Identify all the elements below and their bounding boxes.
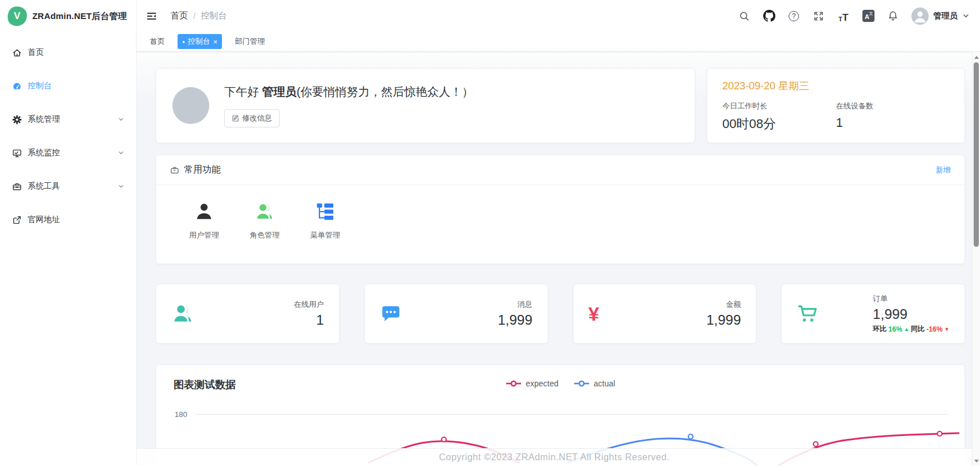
breadcrumb: 首页 / 控制台: [171, 10, 227, 21]
quick-item-role-management[interactable]: 角色管理: [244, 200, 285, 240]
stat-value: 1: [294, 312, 324, 328]
search-icon[interactable]: [738, 10, 751, 22]
user-menu[interactable]: 管理员: [911, 7, 970, 25]
edit-profile-button[interactable]: 修改信息: [224, 109, 280, 127]
stats-row: 在线用户 1 消息 1,999 ¥ 金额: [156, 284, 965, 344]
translate-box: A文: [862, 10, 875, 22]
notification-bell-icon[interactable]: [887, 10, 899, 22]
stat-card-online-users: 在线用户 1: [156, 284, 340, 344]
stat-text: 订单 1,999 环比 16% ▲ 同比 -16% ▼: [873, 294, 949, 334]
welcome-text: 下午好 管理员(你要悄悄努力，然后惊艳众人！） 修改信息: [224, 84, 473, 127]
greeting-message: (你要悄悄努力，然后惊艳众人！）: [297, 85, 474, 98]
legend-label: expected: [526, 379, 559, 388]
work-duration-value: 00时08分: [722, 115, 836, 133]
mom-label: 环比: [873, 324, 887, 334]
quick-item-label: 角色管理: [250, 230, 280, 240]
app-logo[interactable]: V ZRAdmin.NET后台管理: [0, 0, 136, 32]
help-icon[interactable]: ?: [787, 10, 800, 22]
translate-cjk-glyph: 文: [869, 11, 873, 17]
main-column: 首页 / 控制台 ? TT A文: [137, 0, 980, 466]
sidebar-item-system-monitor[interactable]: 系统监控: [0, 136, 136, 170]
tab-dashboard[interactable]: ● 控制台 ×: [178, 34, 222, 49]
welcome-card: 下午好 管理员(你要悄悄努力，然后惊艳众人！） 修改信息: [156, 68, 695, 143]
stat-text: 在线用户 1: [294, 299, 324, 328]
chevron-down-icon: [118, 116, 125, 123]
quick-item-menu-management[interactable]: 菜单管理: [304, 200, 346, 240]
stat-text: 消息 1,999: [497, 299, 532, 328]
add-link[interactable]: 新增: [936, 165, 951, 175]
stat-label: 金额: [706, 299, 741, 310]
user-icon: [194, 200, 214, 223]
sidebar-collapse-icon[interactable]: [145, 10, 158, 22]
tab-label: 部门管理: [235, 36, 265, 47]
user-avatar-large[interactable]: [172, 87, 209, 124]
greeting-username: 管理员: [262, 85, 297, 98]
legend-marker-icon: [574, 380, 590, 387]
cart-icon: [797, 303, 822, 324]
tab-close-icon[interactable]: ×: [213, 37, 218, 46]
yen-icon: ¥: [589, 304, 614, 324]
question-glyph: ?: [789, 11, 799, 21]
triangle-up-icon: [974, 56, 979, 59]
trend-row: 环比 16% ▲ 同比 -16% ▼: [873, 324, 949, 334]
translate-icon[interactable]: A文: [862, 10, 875, 22]
tab-departments[interactable]: 部门管理: [230, 34, 269, 49]
sidebar-item-label: 系统监控: [28, 148, 60, 158]
message-icon: [380, 303, 405, 324]
legend-item-expected[interactable]: expected: [506, 379, 559, 388]
legend-item-actual[interactable]: actual: [574, 379, 615, 388]
online-devices-value: 1: [836, 115, 949, 130]
tab-home[interactable]: 首页: [145, 34, 169, 49]
roles-icon: [254, 200, 275, 223]
github-icon[interactable]: [763, 10, 775, 22]
sidebar-item-system-tools[interactable]: 系统工具: [0, 170, 136, 203]
quick-item-user-management[interactable]: 用户管理: [183, 200, 225, 240]
today-date: 2023-09-20 星期三: [722, 79, 949, 93]
menu-tree-icon: [315, 200, 335, 223]
stat-card-amount: ¥ 金额 1,999: [573, 284, 757, 344]
monitor-icon: [12, 148, 22, 158]
sidebar-menu: 首页 控制台 系统管理 系统监控: [0, 32, 136, 236]
chevron-down-icon: [962, 12, 970, 20]
today-columns: 今日工作时长 00时08分 在线设备数 1: [722, 101, 949, 133]
page-content: 下午好 管理员(你要悄悄努力，然后惊艳众人！） 修改信息 2023-09-20 …: [137, 52, 980, 466]
edit-profile-label: 修改信息: [242, 113, 272, 123]
fullscreen-icon[interactable]: [812, 10, 825, 22]
online-devices-block: 在线设备数 1: [836, 101, 949, 133]
toolbox-icon: [12, 181, 22, 191]
stat-text: 金额 1,999: [706, 299, 741, 328]
breadcrumb-home[interactable]: 首页: [171, 10, 188, 21]
sidebar-item-official-site[interactable]: 官网地址: [0, 203, 136, 236]
sidebar-item-dashboard[interactable]: 控制台: [0, 69, 136, 103]
chevron-down-icon: [118, 149, 125, 156]
yoy-value: -16%: [926, 325, 943, 333]
scroll-down-arrow[interactable]: [973, 457, 980, 465]
tabs-bar: 首页 ● 控制台 × 部门管理: [137, 32, 980, 52]
vertical-scrollbar[interactable]: [972, 52, 980, 466]
app-screen: V ZRAdmin.NET后台管理 首页 控制台 系统管理: [0, 0, 980, 466]
tab-label: 控制台: [188, 36, 210, 47]
y-axis-tick-180: 180: [175, 410, 187, 419]
font-size-icon[interactable]: TT: [837, 10, 850, 22]
yoy-label: 同比: [911, 324, 925, 334]
scroll-up-arrow[interactable]: [973, 53, 980, 61]
quick-functions-body: 用户管理 角色管理 菜单管理: [156, 185, 964, 264]
breadcrumb-current: 控制台: [201, 10, 227, 21]
edit-icon: [232, 114, 239, 122]
sidebar-item-system-management[interactable]: 系统管理: [0, 103, 136, 136]
logo-letter: V: [14, 10, 20, 22]
sidebar-item-home[interactable]: 首页: [0, 36, 136, 69]
external-link-icon: [12, 215, 22, 225]
breadcrumb-separator: /: [193, 11, 195, 21]
sidebar-item-label: 首页: [28, 47, 44, 58]
sidebar-item-label: 系统管理: [28, 114, 60, 125]
stat-value: 1,999: [706, 312, 741, 328]
legend-marker-icon: [506, 380, 522, 387]
avatar: [911, 7, 929, 25]
today-card: 2023-09-20 星期三 今日工作时长 00时08分 在线设备数 1: [707, 68, 965, 143]
tab-label: 首页: [150, 36, 165, 47]
home-icon: [12, 47, 22, 58]
scrollbar-thumb[interactable]: [974, 62, 979, 247]
stat-label: 消息: [497, 299, 532, 310]
gridline-180: [195, 414, 948, 415]
